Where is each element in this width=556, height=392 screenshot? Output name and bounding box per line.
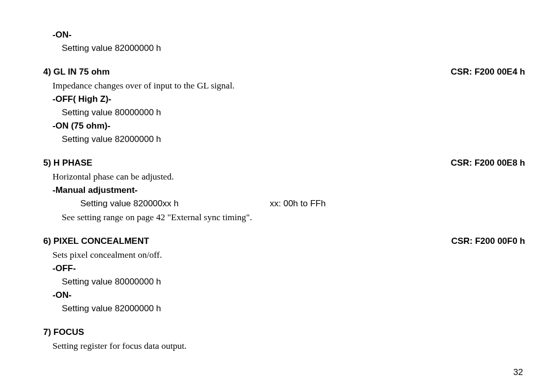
s7-title: 7) FOCUS: [43, 327, 84, 337]
s5-desc: Horizontal phase can be adjusted.: [53, 171, 174, 182]
s5-note: See setting range on page 42 "External s…: [62, 212, 252, 223]
s6-on-value: Setting value 82000000 h: [62, 304, 161, 314]
s6-csr: CSR: F200 00F0 h: [451, 236, 525, 246]
s4-off-value: Setting value 80000000 h: [62, 108, 161, 118]
s6-title: 6) PIXEL CONCEALMENT: [43, 236, 251, 246]
s6-on-label: -ON-: [53, 290, 72, 300]
s4-off-label: -OFF( High Z)-: [53, 94, 111, 104]
s6-desc: Sets pixel concealment on/off.: [53, 250, 162, 260]
label-on-s3: -ON-: [53, 30, 72, 40]
s6-off-value: Setting value 80000000 h: [62, 277, 161, 287]
s5-manual-value-left: Setting value 820000xx h: [80, 199, 270, 209]
s4-desc: Impedance changes over of input to the G…: [53, 80, 235, 91]
s6-off-label: -OFF-: [53, 263, 76, 274]
s4-csr: CSR: F200 00E4 h: [450, 67, 525, 77]
s4-on-value: Setting value 82000000 h: [62, 134, 161, 145]
s5-manual-label: -Manual adjustment-: [53, 185, 137, 195]
s4-title: 4) GL IN 75 ohm: [43, 67, 251, 77]
s7-desc: Setting register for focus data output.: [53, 341, 187, 351]
s5-title: 5) H PHASE: [43, 158, 251, 168]
s5-csr: CSR: F200 00E8 h: [450, 158, 525, 168]
s4-on-label: -ON (75 ohm)-: [53, 121, 110, 131]
page-number: 32: [513, 367, 523, 378]
s5-manual-value-right: xx: 00h to FFh: [270, 199, 326, 209]
value-on-s3: Setting value 82000000 h: [62, 43, 161, 54]
